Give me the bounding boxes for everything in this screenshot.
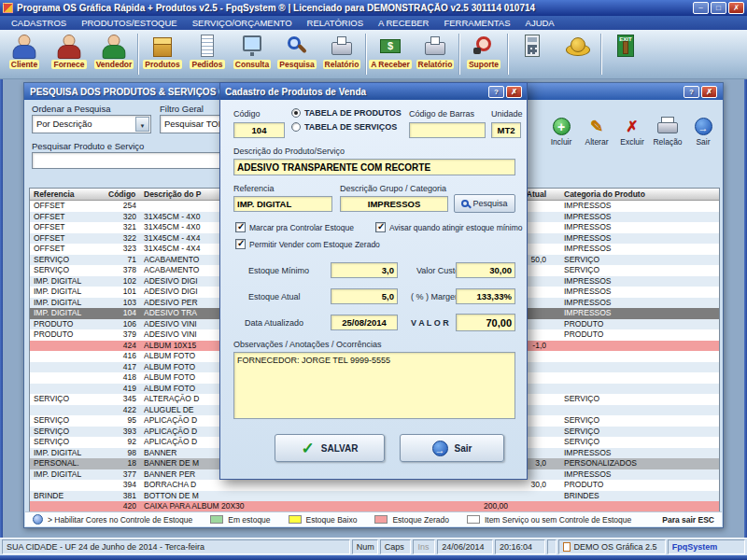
dialog-close-button[interactable]: [506, 86, 522, 98]
menu-servico-orcamento[interactable]: SERVIÇO/ORÇAMENTO: [185, 16, 300, 30]
excluir-button[interactable]: Excluir: [614, 105, 650, 147]
toolbar-suporte-button[interactable]: Suporte: [461, 32, 506, 77]
descricao-label: Descrição do Produto/Serviço: [233, 147, 345, 156]
menu-cadastros[interactable]: CADASTROS: [4, 16, 74, 30]
sair-button-label: Sair: [455, 443, 472, 454]
table-row[interactable]: BRINDE 381 BOTTON DE M BRINDES: [30, 491, 719, 502]
chevron-down-icon[interactable]: [135, 117, 149, 132]
cell-referencia: IMP. DIGITAL: [34, 469, 106, 481]
toolbar-vendedor-button[interactable]: Vendedor: [92, 32, 136, 77]
cell-referencia: SERVIÇO: [34, 437, 106, 448]
dialog-body: Código 104 TABELA DE PRODUTOS TABELA DE …: [220, 100, 527, 479]
legend-esc: Para sair ESC: [662, 515, 714, 525]
margem-field[interactable]: 133,33%: [456, 288, 515, 304]
minimize-button[interactable]: [693, 2, 709, 14]
color-toggle-icon[interactable]: [33, 514, 43, 525]
dialog-titlebar[interactable]: Cadastro de Produtos de Venda: [220, 83, 527, 100]
toolbar-exit-button[interactable]: EXIT: [603, 32, 648, 77]
menu-ajuda[interactable]: AJUDA: [518, 16, 562, 30]
cell-referencia: SERVIÇO: [34, 265, 106, 276]
sair-window-button[interactable]: Sair: [685, 105, 721, 147]
menu-a-receber[interactable]: A RECEBER: [371, 16, 436, 30]
menu-ferramentas[interactable]: FERRAMENTAS: [436, 16, 517, 30]
header-categoria[interactable]: Categoria do Produto: [564, 189, 645, 199]
checkbox-avisar-minimo[interactable]: Avisar quando atingir estoque mínimo: [375, 222, 523, 232]
sair-dialog-button[interactable]: Sair: [400, 434, 504, 462]
table-row[interactable]: 394 BORRACHA D 30,0 PRODUTO: [30, 480, 719, 491]
relacao-button[interactable]: Relação: [650, 105, 685, 147]
header-descricao[interactable]: Descrição do P: [144, 189, 201, 199]
radio-tabela-produtos[interactable]: TABELA DE PRODUTOS: [291, 108, 402, 118]
valor-custo-field[interactable]: 30,00: [456, 262, 515, 278]
dialog-help-button[interactable]: [488, 86, 504, 98]
toolbar-relatorio2-button[interactable]: Relatório: [413, 32, 458, 77]
toolbar-cliente-button[interactable]: Cliente: [2, 32, 47, 77]
cell-referencia: OFFSET: [34, 201, 106, 212]
data-atualizado-field[interactable]: 25/08/2014: [331, 315, 398, 330]
estoque-min-field[interactable]: 3,0: [331, 262, 398, 278]
action-label: Excluir: [620, 137, 644, 147]
toolbar-relatorio-button[interactable]: Relatório: [319, 32, 364, 77]
window-help-button[interactable]: [684, 86, 699, 98]
unidade-field[interactable]: MT2: [491, 122, 521, 138]
header-referencia[interactable]: Referencia: [34, 189, 74, 199]
header-codigo[interactable]: Código: [108, 189, 135, 199]
checkbox-controlar-estoque[interactable]: Marcar pra Controlar Estoque: [235, 222, 354, 232]
maximize-button[interactable]: [711, 2, 726, 14]
descricao-field[interactable]: ADESIVO TRANSPARENTE COM RECORTE: [233, 159, 515, 175]
toolbar-cash-button[interactable]: [555, 32, 599, 77]
cell-referencia: IMP. DIGITAL: [34, 276, 106, 287]
estoque-min-label: Estoque Mínimo: [248, 266, 309, 275]
cell-codigo: 422: [106, 405, 136, 416]
obs-textarea[interactable]: FORNECEDOR: JORGE TEL 9999-5555: [233, 352, 515, 419]
alterar-button[interactable]: Alterar: [579, 105, 614, 147]
checkbox-vender-zerado[interactable]: Permitir Vender com Estoque Zerado: [235, 239, 380, 249]
toolbar-fornecedor-button[interactable]: Fornece: [47, 32, 92, 77]
legend-low-stock: Estoque Baixo: [306, 515, 358, 525]
menu-produtos-estoque[interactable]: PRODUTOS/ESTOQUE: [74, 16, 185, 30]
checkbox-checked-icon: [235, 222, 246, 232]
status-num-lock: Num: [352, 539, 378, 554]
toolbar-produtos-button[interactable]: Produtos: [140, 32, 185, 77]
legend-toggle-label[interactable]: > Habilitar Cores no Controle de Estoque: [48, 515, 192, 525]
pesquisa-button[interactable]: Pesquisa: [454, 194, 515, 213]
close-button[interactable]: [728, 2, 744, 14]
valor-field[interactable]: 70,00: [456, 314, 515, 331]
salvar-button[interactable]: SALVAR: [275, 434, 385, 462]
toolbar-label: Vendedor: [94, 60, 134, 69]
client-person-icon: [11, 34, 37, 59]
toolbar-consulta-button[interactable]: Consulta: [230, 32, 275, 77]
menu-relatorios[interactable]: RELATÓRIOS: [300, 16, 372, 30]
estoque-atual-field[interactable]: 5,0: [331, 288, 398, 304]
status-demo: DEMO OS Gráfica 2.5: [558, 539, 666, 554]
exit-arrow-icon: [432, 441, 448, 456]
cell-referencia: PERSONAL.: [34, 458, 106, 469]
radio-tabela-servicos[interactable]: TABELA DE SERVIÇOS: [291, 122, 397, 132]
table-row[interactable]: 420 CAIXA PARA ALBUM 20X30 200,00: [30, 501, 719, 512]
toolbar-label: Relatório: [323, 60, 361, 69]
toolbar-areceber-button[interactable]: A Receber: [368, 32, 413, 77]
cell-codigo: 394: [106, 480, 136, 491]
toolbar-pedidos-button[interactable]: Pedidos: [185, 32, 230, 77]
referencia-field[interactable]: IMP. DIGITAL: [233, 196, 332, 212]
codigo-field[interactable]: 104: [233, 122, 285, 138]
incluir-button[interactable]: Incluir: [543, 105, 579, 147]
toolbar-pesquisa-button[interactable]: Pesquisa: [275, 32, 319, 77]
toolbar-separator: [365, 34, 367, 75]
window-close-button[interactable]: [701, 86, 717, 98]
margem-value: 133,33%: [476, 291, 512, 301]
cell-valor: 200,00: [452, 501, 508, 512]
toolbar-calculator-button[interactable]: [510, 32, 555, 77]
cell-referencia: IMP. DIGITAL: [34, 298, 106, 309]
grupo-field[interactable]: IMPRESSOS: [340, 196, 448, 212]
check-icon: [302, 439, 315, 458]
cell-referencia: BRINDE: [34, 491, 106, 502]
unidade-value: MT2: [498, 125, 515, 135]
cell-codigo: 320: [106, 212, 136, 223]
barras-field[interactable]: [409, 122, 486, 138]
obs-value: FORNECEDOR: JORGE TEL 9999-5555: [237, 356, 390, 365]
support-headset-icon: [476, 36, 491, 51]
cell-codigo: 321: [106, 222, 136, 233]
checkbox-checked-icon: [375, 222, 386, 232]
order-select[interactable]: Por Descrição: [32, 115, 151, 133]
